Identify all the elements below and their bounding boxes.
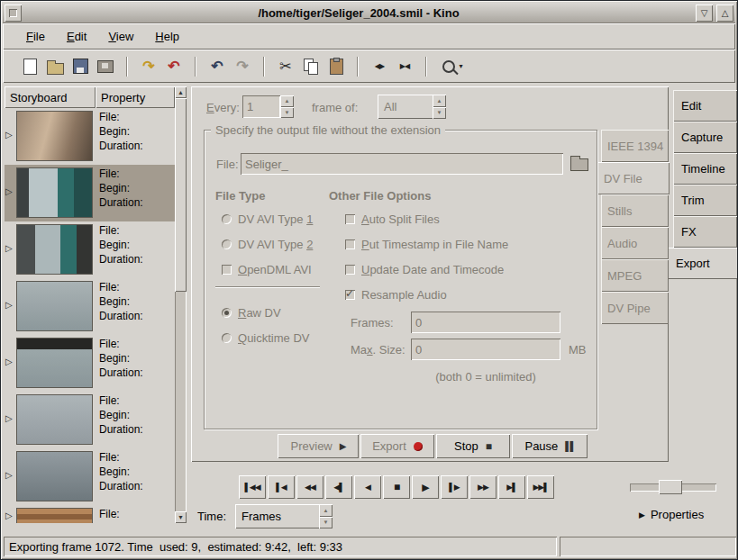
- new-file-button[interactable]: [17, 54, 42, 79]
- every-spin-input[interactable]: 1: [242, 95, 280, 118]
- storyboard-row[interactable]: ▷ File: Begin: Duration:: [5, 505, 175, 523]
- row-marker-icon[interactable]: ▷: [5, 243, 13, 253]
- storyboard-row-selected[interactable]: ▷ File: Begin: Duration:: [5, 165, 175, 221]
- properties-expander[interactable]: ▶ Properties: [639, 508, 704, 521]
- storyboard-scrollbar[interactable]: ▲ ▼: [175, 86, 187, 523]
- copy-button[interactable]: [298, 54, 323, 79]
- undo-button[interactable]: ↶: [205, 54, 230, 79]
- redo-button[interactable]: ↷: [230, 54, 255, 79]
- checkbox-timestamp[interactable]: Put Timestamp in File Name: [345, 238, 508, 251]
- storyboard-row[interactable]: ▷ File: Begin: Duration:: [5, 392, 175, 448]
- export-button[interactable]: Export: [360, 434, 434, 458]
- row-marker-icon[interactable]: ▷: [5, 413, 13, 423]
- window-menu-button[interactable]: [5, 5, 22, 22]
- clip-thumbnail[interactable]: [16, 508, 93, 523]
- storyboard-row[interactable]: ▷ File: Begin: Duration:: [5, 448, 175, 505]
- tab-fx[interactable]: FX: [673, 216, 737, 248]
- storyboard-row[interactable]: ▷ File: Begin: Duration:: [5, 108, 175, 165]
- clip-thumbnail[interactable]: [16, 167, 93, 218]
- tab-capture[interactable]: Capture: [673, 122, 737, 153]
- every-spinner[interactable]: ▲ ▼: [280, 95, 294, 118]
- scroll-up-button[interactable]: ▲: [175, 86, 187, 98]
- join-scene-button[interactable]: ▶◀: [392, 54, 417, 79]
- frame-back-button[interactable]: ◀▌: [325, 475, 352, 499]
- transport-stop-button[interactable]: ■: [383, 475, 410, 499]
- spin-down-icon[interactable]: ▼: [280, 107, 294, 119]
- save-file-button[interactable]: [68, 54, 93, 79]
- tab-timeline[interactable]: Timeline: [673, 153, 737, 185]
- titlebar[interactable]: /home/tiger/Seliger_2004.smil - Kino ▽ △: [3, 3, 735, 23]
- fast-forward-button[interactable]: ▶▶: [469, 475, 497, 499]
- row-marker-icon[interactable]: ▷: [5, 130, 13, 140]
- file-name-input[interactable]: Seliger_: [241, 153, 563, 175]
- preview-button[interactable]: Preview ▶: [278, 434, 359, 458]
- open-file-button[interactable]: [42, 54, 68, 79]
- scroll-down-button[interactable]: ▼: [175, 511, 187, 523]
- radio-dv-avi-type1[interactable]: DV AVI Type 1: [222, 212, 313, 226]
- row-marker-icon[interactable]: ▷: [5, 510, 13, 520]
- clip-thumbnail[interactable]: [16, 224, 93, 275]
- maximize-button[interactable]: △: [716, 5, 733, 22]
- menu-help[interactable]: Help: [144, 26, 190, 47]
- radio-quicktime-dv[interactable]: Quicktime DV: [222, 331, 309, 345]
- storyboard-row[interactable]: ▷ File: Begin: Duration:: [5, 335, 175, 392]
- checkbox-auto-split[interactable]: Auto Split Files: [345, 212, 440, 226]
- play-button[interactable]: ▶: [412, 475, 439, 499]
- storyboard-column-header[interactable]: Storyboard: [5, 86, 96, 108]
- go-start-button[interactable]: ▌◀◀: [239, 475, 266, 499]
- tab-dv-pipe[interactable]: DV Pipe: [601, 292, 669, 324]
- spin-up-icon[interactable]: ▲: [280, 95, 294, 107]
- tab-trim[interactable]: Trim: [673, 185, 737, 216]
- radio-raw-dv[interactable]: Raw DV: [222, 306, 281, 320]
- clip-thumbnail[interactable]: [16, 451, 93, 501]
- row-marker-icon[interactable]: ▷: [5, 470, 13, 480]
- pause-button[interactable]: Pause ▌▌: [512, 434, 588, 458]
- paste-button[interactable]: [323, 54, 349, 79]
- time-format-combo[interactable]: Frames ▲ ▼: [235, 504, 333, 528]
- row-marker-icon[interactable]: ▷: [5, 357, 13, 366]
- storyboard-row[interactable]: ▷ File: Begin: Duration:: [5, 221, 175, 278]
- prev-scene-button[interactable]: ▌◀: [268, 475, 295, 499]
- split-scene-button[interactable]: ◀▶: [367, 54, 392, 79]
- tab-audio[interactable]: Audio: [601, 227, 669, 259]
- shade-button[interactable]: ▽: [696, 5, 713, 22]
- tab-stills[interactable]: Stills: [601, 194, 669, 227]
- play-backward-button[interactable]: ◀: [354, 475, 381, 499]
- radio-dv-avi-type2[interactable]: DV AVI Type 2: [222, 238, 313, 251]
- combo-arrows[interactable]: ▲ ▼: [433, 95, 446, 119]
- snapshot-button[interactable]: [93, 54, 118, 79]
- next-scene-button[interactable]: ▶▌: [498, 475, 525, 499]
- storyboard-row[interactable]: ▷ File: Begin: Duration:: [5, 278, 175, 335]
- frames-input[interactable]: 0: [411, 312, 560, 333]
- frame-forward-button[interactable]: ▌▶: [441, 475, 468, 499]
- checkbox-resample-audio[interactable]: Resample Audio: [345, 288, 447, 302]
- checkbox-opendml[interactable]: OpenDML AVI: [222, 263, 312, 276]
- menu-view[interactable]: View: [97, 26, 144, 47]
- clip-thumbnail[interactable]: [16, 281, 93, 331]
- frame-of-combo[interactable]: All ▲ ▼: [378, 95, 446, 119]
- go-end-button[interactable]: ▶▶▌: [527, 475, 554, 499]
- redo-all-button[interactable]: ↶: [161, 54, 187, 79]
- cut-button[interactable]: ✂: [273, 54, 298, 79]
- menu-edit[interactable]: Edit: [56, 26, 97, 47]
- rewind-button[interactable]: ◀◀: [296, 475, 323, 499]
- tab-ieee1394[interactable]: IEEE 1394: [601, 130, 669, 162]
- property-column-header[interactable]: Property: [96, 86, 175, 108]
- menu-file[interactable]: File: [15, 26, 56, 47]
- row-marker-icon[interactable]: ▷: [5, 300, 13, 310]
- shuttle-slider-thumb[interactable]: [659, 480, 682, 494]
- clip-thumbnail[interactable]: [16, 394, 93, 445]
- clip-thumbnail[interactable]: [16, 338, 93, 388]
- tab-edit[interactable]: Edit: [673, 90, 737, 122]
- row-marker-icon[interactable]: ▷: [5, 186, 13, 196]
- max-size-input[interactable]: 0: [411, 339, 560, 360]
- browse-folder-icon[interactable]: [570, 158, 588, 171]
- tab-export[interactable]: Export: [668, 248, 738, 279]
- combo-arrows[interactable]: ▲ ▼: [319, 504, 333, 528]
- tab-mpeg[interactable]: MPEG: [601, 259, 669, 292]
- stop-button[interactable]: Stop ■: [436, 434, 510, 458]
- clip-thumbnail[interactable]: [16, 111, 93, 161]
- tab-dv-file[interactable]: DV File: [597, 162, 670, 194]
- scrollbar-thumb[interactable]: [175, 98, 187, 292]
- undo-all-button[interactable]: ↷: [136, 54, 161, 79]
